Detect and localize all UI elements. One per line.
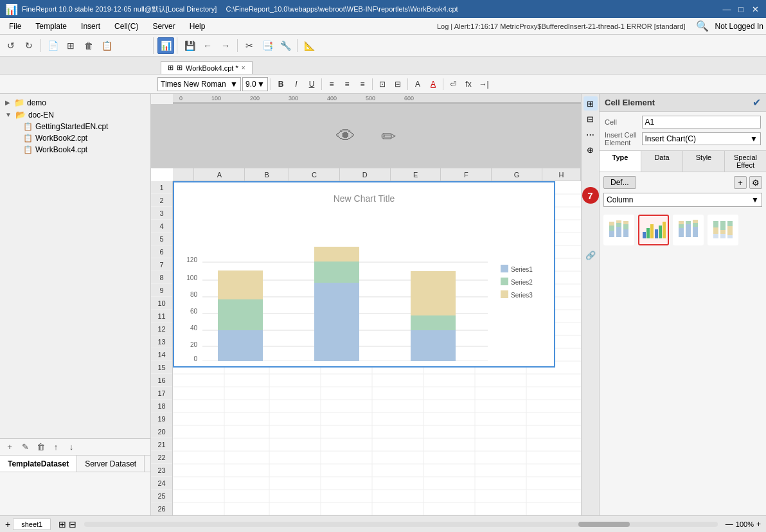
col-header-E[interactable]: E [391, 168, 441, 181]
toolbar-cut-icon[interactable]: ✂ [241, 37, 258, 54]
chart-subtype-dropdown[interactable]: Column ▼ [603, 193, 762, 207]
add-chart-type-button[interactable]: + [734, 176, 747, 189]
underline-button[interactable]: U [305, 77, 319, 91]
row-header-18[interactable]: 18 [151, 400, 172, 412]
tab-server-dataset[interactable]: Server Dataset [77, 456, 145, 472]
workbook-tab[interactable]: ⊞ ⊞ WorkBook4.cpt * × [161, 61, 253, 74]
toolbar-paste-icon[interactable]: 📑 [259, 37, 276, 54]
chart-type-clustered-bar[interactable] [638, 215, 669, 245]
row-header-19[interactable]: 19 [151, 412, 172, 425]
sheet-icon-2[interactable]: ⊟ [69, 519, 76, 529]
col-header-D[interactable]: D [340, 168, 391, 181]
minimize-button[interactable]: — [721, 4, 733, 14]
toolbar-new-icon[interactable]: 📄 [44, 37, 61, 54]
dataset-down-button[interactable]: ↓ [64, 441, 78, 454]
tab-style[interactable]: Style [683, 151, 725, 172]
tree-item-workbook4[interactable]: 📋 WorkBook4.cpt [0, 144, 150, 155]
zoom-plus-button[interactable]: + [756, 520, 761, 529]
confirm-icon[interactable]: ✔ [753, 96, 761, 109]
maximize-button[interactable]: □ [735, 4, 747, 14]
row-header-8[interactable]: 8 [151, 271, 172, 284]
fgcolor-button[interactable]: A [426, 77, 440, 91]
tab-template-dataset[interactable]: Template Dataset [0, 456, 77, 472]
add-sheet-icon[interactable]: + [5, 519, 10, 529]
row-header-15[interactable]: 15 [151, 361, 172, 374]
side-icon-3[interactable]: ⋯ [583, 127, 598, 141]
tree-item-doc-en[interactable]: ▼ 📂 doc-EN [0, 109, 150, 121]
align-right-button[interactable]: ≡ [355, 77, 370, 91]
row-header-14[interactable]: 14 [151, 348, 172, 361]
row-header-10[interactable]: 10 [151, 297, 172, 310]
tab-data[interactable]: Data [641, 151, 683, 172]
row-header-25[interactable]: 25 [151, 490, 172, 502]
row-header-11[interactable]: 11 [151, 310, 172, 323]
row-header-16[interactable]: 16 [151, 374, 172, 387]
chart-type-stacked-bar-2[interactable] [673, 215, 704, 245]
col-header-H[interactable]: H [542, 168, 581, 181]
tree-item-workbook2[interactable]: 📋 WorkBook2.cpt [0, 132, 150, 144]
bgcolor-button[interactable]: A [411, 77, 425, 91]
chart-type-100-bar[interactable] [708, 215, 738, 245]
sheet1-tab[interactable]: sheet1 [13, 519, 51, 530]
row-header-6[interactable]: 6 [151, 245, 172, 258]
side-icon-1[interactable]: ⊞ [583, 96, 598, 111]
toolbar-redo-icon[interactable]: → [217, 37, 234, 54]
menu-template[interactable]: Template [29, 21, 73, 32]
align-left-button[interactable]: ≡ [325, 77, 339, 91]
row-header-22[interactable]: 22 [151, 451, 172, 464]
wrap-button[interactable]: ⏎ [446, 77, 460, 91]
tab-close-button[interactable]: × [242, 64, 245, 71]
insert-chart-dropdown[interactable]: Insert Chart(C) ▼ [642, 132, 761, 145]
scroll-thumb[interactable] [578, 522, 630, 527]
dataset-delete-button[interactable]: 🗑 [33, 441, 48, 454]
chart-container[interactable]: New Chart Title 0 20 40 60 80 100 120 [173, 181, 555, 368]
search-icon[interactable]: 🔍 [696, 20, 709, 32]
dataset-up-button[interactable]: ↑ [49, 441, 63, 454]
indent-button[interactable]: →| [477, 77, 491, 91]
sheet-icon-1[interactable]: ⊞ [58, 519, 66, 529]
tree-item-getting-started[interactable]: 📋 GettingStartedEN.cpt [0, 121, 150, 132]
row-header-12[interactable]: 12 [151, 323, 172, 335]
row-header-23[interactable]: 23 [151, 464, 172, 477]
settings-button[interactable]: ⚙ [749, 176, 762, 189]
pencil-icon[interactable]: ✏ [381, 126, 396, 147]
side-icon-2[interactable]: ⊟ [583, 112, 598, 126]
row-header-9[interactable]: 9 [151, 284, 172, 297]
login-status[interactable]: Not Logged In [715, 22, 763, 31]
eye-icon[interactable]: 👁 [336, 125, 355, 147]
toolbar-delete-row-icon[interactable]: 🗑 [80, 37, 97, 54]
toolbar-extra-icon[interactable]: 📐 [301, 37, 317, 54]
tab-special-effect[interactable]: SpecialEffect [725, 151, 766, 172]
font-size-dropdown[interactable]: 9.0 ▼ [242, 77, 268, 91]
close-button[interactable]: ✕ [749, 4, 761, 14]
row-header-5[interactable]: 5 [151, 233, 172, 245]
row-header-13[interactable]: 13 [151, 335, 172, 348]
def-button[interactable]: Def... [603, 176, 636, 189]
side-icon-5[interactable]: 🔗 [583, 248, 598, 262]
toolbar-undo-icon[interactable]: ← [199, 37, 216, 54]
row-header-20[interactable]: 20 [151, 425, 172, 438]
formula-button[interactable]: fx [461, 77, 476, 91]
tree-item-demo[interactable]: ▶ 📁 demo [0, 96, 150, 109]
menu-help[interactable]: Help [183, 21, 212, 32]
toolbar-refresh-icon[interactable]: ↺ [3, 37, 19, 54]
toolbar-save-icon[interactable]: 💾 [181, 37, 198, 54]
row-header-26[interactable]: 26 [151, 502, 172, 515]
toolbar-copy-icon[interactable]: 📋 [98, 37, 115, 54]
chart-type-stacked-bar[interactable] [603, 215, 634, 245]
row-header-17[interactable]: 17 [151, 387, 172, 400]
menu-insert[interactable]: Insert [75, 21, 107, 32]
row-header-7[interactable]: 7 [151, 258, 172, 271]
toolbar-grid-icon[interactable]: ⊞ [62, 37, 79, 54]
col-header-B[interactable]: B [245, 168, 289, 181]
row-header-21[interactable]: 21 [151, 438, 172, 451]
font-name-dropdown[interactable]: Times New Roman ▼ [157, 77, 241, 91]
zoom-minus-button[interactable]: — [726, 520, 733, 529]
menu-server[interactable]: Server [146, 21, 181, 32]
align-center-button[interactable]: ≡ [340, 77, 354, 91]
border-button[interactable]: ⊟ [391, 77, 405, 91]
row-header-4[interactable]: 4 [151, 220, 172, 233]
row-header-3[interactable]: 3 [151, 207, 172, 220]
merge-button[interactable]: ⊡ [375, 77, 389, 91]
menu-file[interactable]: File [3, 21, 28, 32]
